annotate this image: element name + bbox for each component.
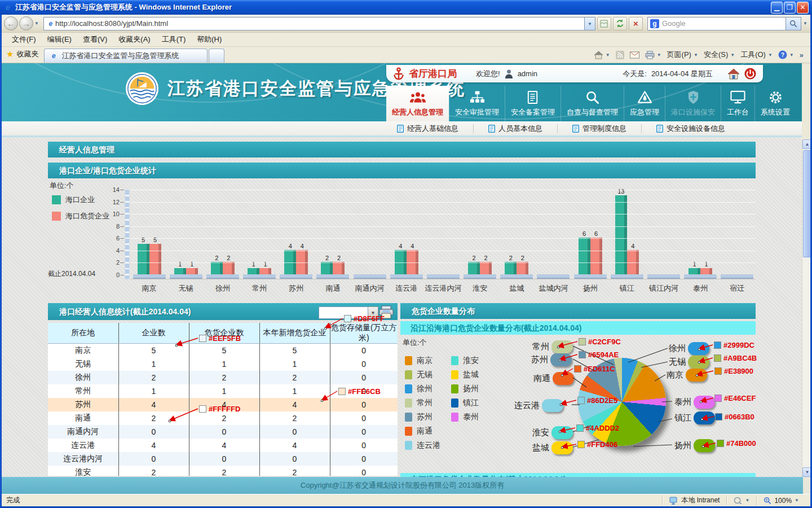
nav-operator-info[interactable]: 经营人信息管理 [386,86,449,121]
nav-safety-approval[interactable]: 安全审批管理 [449,86,505,121]
table-row[interactable]: 常州1110 [48,384,398,398]
bar[interactable] [700,268,712,274]
bar-group[interactable]: 镇江内河 [645,190,682,279]
nav-workbench[interactable]: 工作台 [721,86,754,121]
menu-favorites[interactable]: 收藏夹(A) [113,33,156,46]
bar[interactable] [149,244,161,274]
nav-system-settings[interactable]: 系统设置 [754,86,796,121]
bar[interactable] [480,262,492,274]
bar-chart[interactable]: 55南京11无锡22徐州11常州44苏州22南通南通内河44连云港连云港内河22… [131,190,756,279]
subnav-personnel-basic[interactable]: 人员基本信息 [473,124,557,133]
table-row[interactable]: 苏州4440 [48,398,398,411]
menu-edit[interactable]: 编辑(E) [42,33,77,46]
bar[interactable] [517,262,528,274]
table-row[interactable]: 南京5550 [48,344,398,357]
bar[interactable] [590,238,602,274]
zoom-control[interactable]: 100% ▼ [760,497,802,505]
bar-group[interactable]: 11无锡 [167,190,204,279]
bar[interactable] [211,262,223,274]
search-go-button[interactable] [786,17,801,30]
url-field[interactable]: e [43,17,585,30]
bar-group[interactable]: 盐城内河 [535,190,572,279]
tools-menu[interactable]: 工具(O)▼ [740,50,773,60]
url-input[interactable] [55,19,582,28]
bar[interactable] [579,238,590,274]
subnav-safety-equipment[interactable]: 安全设施设备信息 [641,124,740,133]
select-value[interactable] [319,306,368,319]
bar[interactable] [627,250,639,274]
table-row[interactable]: 连云港4440 [48,439,398,452]
compatibility-button[interactable] [597,17,611,30]
bar-group[interactable]: 南通内河 [351,190,388,279]
nav-self-inspection[interactable]: 自查与督查管理 [561,86,624,121]
subnav-operator-basic[interactable]: 经营人基础信息 [382,124,473,133]
print-button[interactable]: ▼ [645,51,661,59]
bar[interactable] [296,250,308,274]
bar[interactable] [174,268,186,274]
bar-group[interactable]: 22淮安 [462,190,498,279]
bar-group[interactable]: 22盐城 [498,190,535,279]
pie-chart[interactable] [578,358,666,446]
logout-power-icon[interactable] [744,68,756,80]
nav-port-security[interactable]: 港口设施保安 [665,86,721,121]
nav-emergency[interactable]: 应急管理 [624,86,665,121]
print-table-button[interactable] [379,305,394,321]
bar[interactable] [615,195,627,274]
maximize-button[interactable]: ❐ [784,2,796,14]
forward-button[interactable]: → [19,16,33,30]
bar[interactable] [223,262,235,274]
subnav-management-rules[interactable]: 管理制度信息 [557,124,641,133]
bar-group[interactable]: 44连云港 [388,190,425,279]
new-tab-button[interactable] [209,49,224,63]
bar[interactable] [186,268,198,274]
menu-file[interactable]: 文件(F) [6,33,42,46]
stop-button[interactable]: × [629,17,643,30]
bar-group[interactable]: 连云港内河 [425,190,461,279]
back-button[interactable]: ← [4,16,18,30]
menu-help[interactable]: 帮助(H) [191,33,227,46]
bar[interactable] [138,244,149,274]
table-row[interactable]: 连云港内河0000 [48,452,398,466]
menu-tools[interactable]: 工具(T) [156,33,192,46]
bar[interactable] [321,262,333,274]
page-menu[interactable]: 页面(P)▼ [667,50,698,60]
chevron-more-icon[interactable]: » [800,51,804,59]
bar[interactable] [284,250,296,274]
home-button[interactable]: ▼ [594,51,610,59]
bar-group[interactable]: 11常州 [241,190,278,279]
table-row[interactable]: 南通内河0000 [48,425,398,439]
close-button[interactable]: ✕ [797,2,809,14]
bar-group[interactable]: 134镇江 [608,190,645,279]
table-filter-select[interactable]: ▼ [319,306,378,319]
table-row[interactable]: 南通2220 [48,411,398,425]
safety-menu[interactable]: 安全(S)▼ [704,50,735,60]
bar[interactable] [259,268,271,274]
table-row[interactable]: 徐州2220 [48,371,398,384]
bar-group[interactable]: 55南京 [131,190,167,279]
bar[interactable] [248,268,259,274]
bar-group[interactable]: 宿迁 [719,190,756,279]
history-dropdown-icon[interactable]: ▼ [34,21,39,26]
select-arrow-icon[interactable]: ▼ [368,306,378,319]
bar[interactable] [689,268,700,274]
nav-safety-record[interactable]: 安全备案管理 [505,86,561,121]
bar[interactable] [395,250,407,274]
bar-group[interactable]: 44苏州 [278,190,315,279]
url-dropdown-button[interactable]: ▼ [585,17,595,30]
favorites-button[interactable]: ★ 收藏夹 [2,49,44,63]
bar[interactable] [407,250,418,274]
minimize-button[interactable]: ▁ [771,2,783,14]
bar[interactable] [333,262,345,274]
table-row[interactable]: 无锡1110 [48,357,398,371]
browser-tab[interactable]: e 江苏省港口安全监管与应急管理系统 [44,49,208,63]
menu-view[interactable]: 查看(V) [77,33,113,46]
phishing-filter-button[interactable]: ▼ [730,497,753,504]
bar-group[interactable]: 11泰州 [682,190,719,279]
bar-group[interactable]: 66扬州 [572,190,608,279]
bar[interactable] [468,262,480,274]
bar[interactable] [505,262,517,274]
bar-group[interactable]: 22南通 [315,190,351,279]
bar-group[interactable]: 22徐州 [204,190,241,279]
search-options-icon[interactable]: ▼ [803,21,807,26]
refresh-button[interactable] [613,17,627,30]
